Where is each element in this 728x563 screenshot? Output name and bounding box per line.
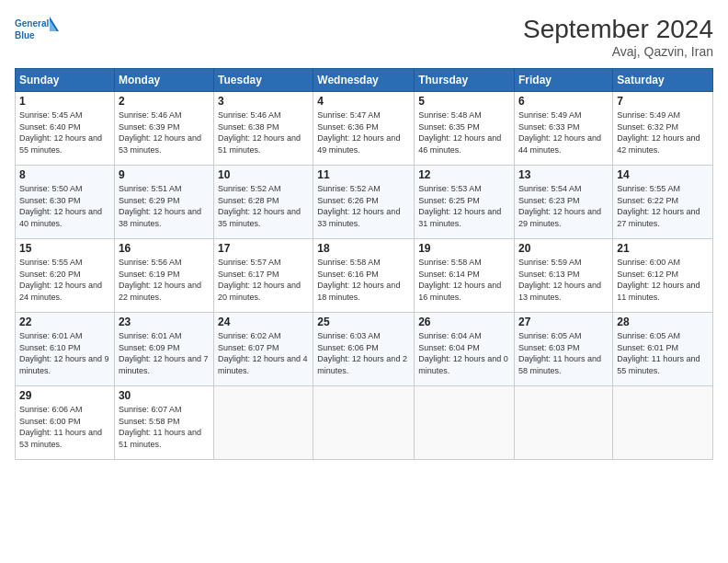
day-number: 10 — [218, 168, 309, 181]
day-number: 30 — [119, 389, 210, 402]
day-number: 16 — [119, 242, 210, 255]
calendar-cell: 21 Sunrise: 6:00 AMSunset: 6:12 PMDaylig… — [613, 239, 713, 313]
calendar-cell: 19 Sunrise: 5:58 AMSunset: 6:14 PMDaylig… — [415, 239, 515, 313]
day-number: 26 — [418, 316, 510, 328]
day-info: Sunrise: 6:01 AMSunset: 6:10 PMDaylight:… — [19, 330, 110, 376]
day-info: Sunrise: 5:58 AMSunset: 6:14 PMDaylight:… — [418, 257, 510, 303]
calendar-cell: 27 Sunrise: 6:05 AMSunset: 6:03 PMDaylig… — [515, 313, 613, 386]
day-number: 19 — [418, 242, 510, 255]
calendar-cell: 18 Sunrise: 5:58 AMSunset: 6:16 PMDaylig… — [313, 239, 415, 313]
calendar-week-5: 29 Sunrise: 6:06 AMSunset: 6:00 PMDaylig… — [16, 386, 713, 460]
location: Avaj, Qazvin, Iran — [523, 44, 713, 59]
weekday-header-tuesday: Tuesday — [214, 69, 313, 92]
day-number: 11 — [317, 168, 410, 181]
calendar-cell: 15 Sunrise: 5:55 AMSunset: 6:20 PMDaylig… — [16, 239, 115, 313]
calendar-cell — [515, 386, 613, 460]
calendar-table: SundayMondayTuesdayWednesdayThursdayFrid… — [15, 68, 713, 460]
day-number: 5 — [418, 95, 510, 108]
calendar-cell: 26 Sunrise: 6:04 AMSunset: 6:04 PMDaylig… — [415, 313, 515, 386]
month-title: September 2024 — [523, 15, 713, 44]
day-info: Sunrise: 5:55 AMSunset: 6:22 PMDaylight:… — [617, 183, 709, 229]
weekday-header-wednesday: Wednesday — [313, 69, 415, 92]
day-number: 14 — [617, 168, 709, 181]
calendar-cell: 1 Sunrise: 5:45 AMSunset: 6:40 PMDayligh… — [16, 92, 115, 166]
day-number: 8 — [19, 168, 110, 181]
day-info: Sunrise: 6:03 AMSunset: 6:06 PMDaylight:… — [317, 330, 410, 376]
day-number: 18 — [317, 242, 410, 255]
calendar-cell — [214, 386, 313, 460]
day-number: 13 — [518, 168, 609, 181]
calendar-cell: 22 Sunrise: 6:01 AMSunset: 6:10 PMDaylig… — [16, 313, 115, 386]
day-number: 24 — [218, 316, 309, 328]
day-info: Sunrise: 5:52 AMSunset: 6:28 PMDaylight:… — [218, 183, 309, 229]
weekday-header-sunday: Sunday — [16, 69, 115, 92]
day-number: 3 — [218, 95, 309, 108]
day-info: Sunrise: 6:06 AMSunset: 6:00 PMDaylight:… — [19, 404, 110, 450]
calendar-cell: 17 Sunrise: 5:57 AMSunset: 6:17 PMDaylig… — [214, 239, 313, 313]
weekday-header-saturday: Saturday — [613, 69, 713, 92]
calendar-cell: 4 Sunrise: 5:47 AMSunset: 6:36 PMDayligh… — [313, 92, 415, 166]
weekday-header-friday: Friday — [515, 69, 613, 92]
day-number: 9 — [119, 168, 210, 181]
weekday-header-monday: Monday — [114, 69, 213, 92]
calendar-cell: 5 Sunrise: 5:48 AMSunset: 6:35 PMDayligh… — [415, 92, 515, 166]
calendar-cell — [415, 386, 515, 460]
day-info: Sunrise: 5:52 AMSunset: 6:26 PMDaylight:… — [317, 183, 410, 229]
calendar-cell: 11 Sunrise: 5:52 AMSunset: 6:26 PMDaylig… — [313, 166, 415, 239]
calendar-week-3: 15 Sunrise: 5:55 AMSunset: 6:20 PMDaylig… — [16, 239, 713, 313]
page: General Blue September 2024 Avaj, Qazvin… — [0, 0, 728, 563]
day-number: 25 — [317, 316, 410, 328]
day-number: 17 — [218, 242, 309, 255]
calendar-cell: 30 Sunrise: 6:07 AMSunset: 5:58 PMDaylig… — [114, 386, 213, 460]
logo: General Blue — [15, 15, 61, 48]
day-number: 23 — [119, 316, 210, 328]
calendar-cell: 7 Sunrise: 5:49 AMSunset: 6:32 PMDayligh… — [613, 92, 713, 166]
calendar-cell: 23 Sunrise: 6:01 AMSunset: 6:09 PMDaylig… — [114, 313, 213, 386]
day-number: 22 — [19, 316, 110, 328]
calendar-cell: 28 Sunrise: 6:05 AMSunset: 6:01 PMDaylig… — [613, 313, 713, 386]
day-info: Sunrise: 5:56 AMSunset: 6:19 PMDaylight:… — [119, 257, 210, 303]
calendar-cell: 10 Sunrise: 5:52 AMSunset: 6:28 PMDaylig… — [214, 166, 313, 239]
day-info: Sunrise: 5:55 AMSunset: 6:20 PMDaylight:… — [19, 257, 110, 303]
day-info: Sunrise: 6:04 AMSunset: 6:04 PMDaylight:… — [418, 330, 510, 376]
calendar-cell: 3 Sunrise: 5:46 AMSunset: 6:38 PMDayligh… — [214, 92, 313, 166]
calendar-cell: 16 Sunrise: 5:56 AMSunset: 6:19 PMDaylig… — [114, 239, 213, 313]
calendar-cell: 8 Sunrise: 5:50 AMSunset: 6:30 PMDayligh… — [16, 166, 115, 239]
day-info: Sunrise: 6:01 AMSunset: 6:09 PMDaylight:… — [119, 330, 210, 376]
calendar-cell: 12 Sunrise: 5:53 AMSunset: 6:25 PMDaylig… — [415, 166, 515, 239]
header: General Blue September 2024 Avaj, Qazvin… — [15, 15, 713, 59]
day-number: 20 — [518, 242, 609, 255]
calendar-cell — [613, 386, 713, 460]
calendar-cell: 29 Sunrise: 6:06 AMSunset: 6:00 PMDaylig… — [16, 386, 115, 460]
day-info: Sunrise: 5:47 AMSunset: 6:36 PMDaylight:… — [317, 109, 410, 155]
day-number: 27 — [518, 316, 609, 328]
calendar-cell: 13 Sunrise: 5:54 AMSunset: 6:23 PMDaylig… — [515, 166, 613, 239]
day-info: Sunrise: 6:00 AMSunset: 6:12 PMDaylight:… — [617, 257, 709, 303]
day-number: 29 — [19, 389, 110, 402]
day-info: Sunrise: 6:05 AMSunset: 6:03 PMDaylight:… — [518, 330, 609, 376]
day-info: Sunrise: 6:02 AMSunset: 6:07 PMDaylight:… — [218, 330, 309, 376]
calendar-cell: 2 Sunrise: 5:46 AMSunset: 6:39 PMDayligh… — [114, 92, 213, 166]
day-number: 6 — [518, 95, 609, 108]
day-info: Sunrise: 6:05 AMSunset: 6:01 PMDaylight:… — [617, 330, 709, 376]
day-number: 15 — [19, 242, 110, 255]
logo-svg: General Blue — [15, 15, 61, 48]
weekday-header-thursday: Thursday — [415, 69, 515, 92]
day-info: Sunrise: 5:59 AMSunset: 6:13 PMDaylight:… — [518, 257, 609, 303]
calendar-cell: 20 Sunrise: 5:59 AMSunset: 6:13 PMDaylig… — [515, 239, 613, 313]
day-info: Sunrise: 5:58 AMSunset: 6:16 PMDaylight:… — [317, 257, 410, 303]
day-info: Sunrise: 5:48 AMSunset: 6:35 PMDaylight:… — [418, 109, 510, 155]
day-number: 1 — [19, 95, 110, 108]
calendar-cell: 9 Sunrise: 5:51 AMSunset: 6:29 PMDayligh… — [114, 166, 213, 239]
calendar-cell: 14 Sunrise: 5:55 AMSunset: 6:22 PMDaylig… — [613, 166, 713, 239]
calendar-cell — [313, 386, 415, 460]
day-info: Sunrise: 5:46 AMSunset: 6:38 PMDaylight:… — [218, 109, 309, 155]
day-info: Sunrise: 5:49 AMSunset: 6:33 PMDaylight:… — [518, 109, 609, 155]
calendar-week-1: 1 Sunrise: 5:45 AMSunset: 6:40 PMDayligh… — [16, 92, 713, 166]
day-info: Sunrise: 5:51 AMSunset: 6:29 PMDaylight:… — [119, 183, 210, 229]
calendar-cell: 25 Sunrise: 6:03 AMSunset: 6:06 PMDaylig… — [313, 313, 415, 386]
svg-text:General: General — [15, 18, 49, 29]
day-info: Sunrise: 5:45 AMSunset: 6:40 PMDaylight:… — [19, 109, 110, 155]
day-number: 21 — [617, 242, 709, 255]
calendar-week-2: 8 Sunrise: 5:50 AMSunset: 6:30 PMDayligh… — [16, 166, 713, 239]
